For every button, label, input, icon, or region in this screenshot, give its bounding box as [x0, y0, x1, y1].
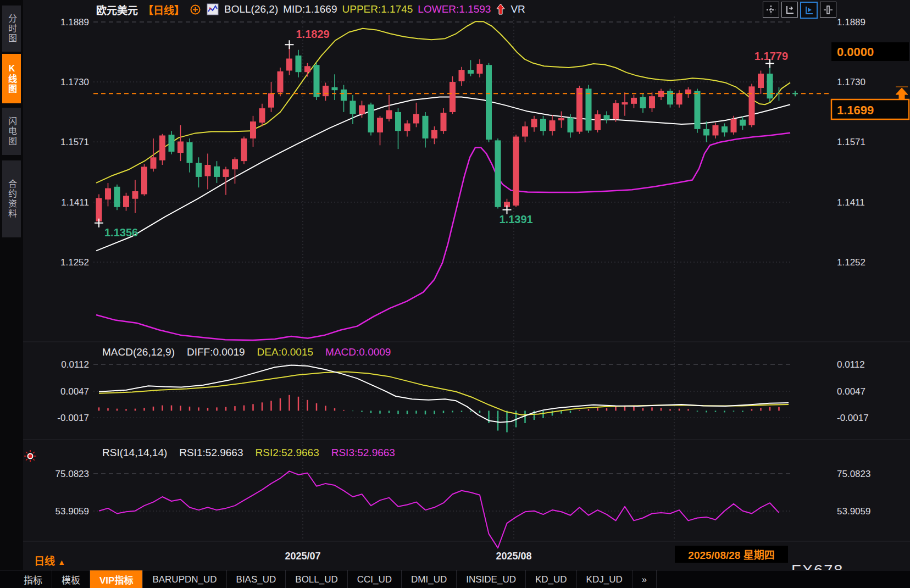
chart-application: 分时图K线图闪电图合约资料 1.18291.13561.13911.17791.…	[0, 0, 910, 588]
svg-text:1.1356: 1.1356	[104, 226, 138, 238]
axis-compress-icon[interactable]	[820, 2, 836, 18]
tab-4[interactable]: BARUPDN_UD	[143, 570, 226, 588]
rsi-header-row: RSI(14,14,14) RSI1:52.9663 RSI2:52.9663 …	[102, 447, 395, 459]
macd-dea-line	[99, 372, 789, 415]
vr-indicator-label[interactable]: VR	[511, 3, 525, 15]
tab-1[interactable]: 指标	[14, 570, 52, 588]
svg-text:1.1889: 1.1889	[60, 17, 89, 27]
svg-text:1.1730: 1.1730	[837, 77, 865, 87]
svg-text:0.0047: 0.0047	[60, 386, 89, 397]
svg-text:0.0047: 0.0047	[837, 386, 865, 397]
cursor-date-box: 2025/08/28 星期四	[675, 546, 788, 563]
rsi-line	[99, 471, 779, 548]
boll-lower-value: LOWER:1.1593	[418, 3, 491, 15]
svg-text:1.1252: 1.1252	[837, 257, 865, 268]
rsi-name[interactable]: RSI(14,14,14)	[102, 447, 167, 459]
chart-canvas[interactable]: 1.18291.13561.13911.17791.18891.18891.17…	[0, 0, 910, 588]
macd-dea-value: DEA:0.0015	[257, 346, 313, 358]
svg-text:75.0823: 75.0823	[56, 469, 89, 479]
svg-text:0.0112: 0.0112	[837, 359, 865, 370]
rsi2-value: RSI2:52.9663	[256, 447, 319, 459]
up-arrow-icon	[496, 3, 506, 16]
x-axis-label-july: 2025/07	[264, 551, 341, 562]
tab-10[interactable]: KD_UD	[526, 570, 577, 588]
svg-text:1.1571: 1.1571	[60, 137, 89, 147]
candlesticks	[96, 45, 783, 223]
svg-text:75.0823: 75.0823	[837, 469, 870, 479]
axis-pointer-icon[interactable]	[800, 2, 818, 19]
macd-diff-line	[99, 365, 789, 423]
macd-dea-line	[99, 372, 789, 415]
axis-labels: 1.18891.18891.17301.17301.15711.15711.14…	[56, 17, 871, 517]
macd-diff-value: DIFF:0.0019	[187, 346, 245, 358]
macd-macd-value: MACD:0.0009	[325, 346, 391, 358]
svg-text:0.0000: 0.0000	[837, 45, 874, 59]
svg-text:1.1391: 1.1391	[500, 213, 533, 225]
period-tag[interactable]: 【日线】	[143, 2, 185, 17]
svg-text:1.1730: 1.1730	[60, 77, 89, 87]
tab-7[interactable]: CCI_UD	[348, 570, 402, 588]
x-axis-label-august: 2025/08	[475, 551, 552, 562]
sidebar-item-3[interactable]: 闪电图	[2, 108, 21, 155]
svg-text:53.9059: 53.9059	[837, 506, 870, 517]
rsi3-value: RSI3:52.9663	[331, 447, 395, 459]
svg-text:53.9059: 53.9059	[56, 506, 89, 517]
period-selector[interactable]: 日线 ▲	[34, 553, 65, 568]
boll-upper-band	[96, 21, 790, 183]
sidebar-item-4[interactable]: 合约资料	[2, 160, 21, 237]
svg-text:1.1699: 1.1699	[837, 103, 874, 117]
symbol-title: 欧元美元	[96, 2, 138, 17]
alert-dot-icon	[24, 450, 36, 462]
svg-text:-0.0017: -0.0017	[57, 413, 89, 423]
macd-diff-line	[99, 365, 789, 423]
boll-mid-value: MID:1.1669	[283, 3, 337, 15]
tab-12[interactable]: »	[632, 570, 657, 588]
macd-histogram	[99, 395, 779, 432]
tab-11[interactable]: KDJ_UD	[577, 570, 632, 588]
chart-type-sidebar: 分时图K线图闪电图合约资料	[0, 0, 23, 588]
boll-upper-value: UPPER:1.1745	[342, 3, 413, 15]
tab-2[interactable]: 模板	[52, 570, 90, 588]
tab-5[interactable]: BIAS_UD	[227, 570, 286, 588]
svg-text:1.1889: 1.1889	[837, 17, 865, 27]
svg-text:1.1829: 1.1829	[296, 28, 330, 40]
axis-range-icon[interactable]	[781, 2, 798, 18]
pan-crosshair-icon[interactable]	[763, 2, 779, 18]
rsi1-value: RSI1:52.9663	[179, 447, 243, 459]
sidebar-item-1[interactable]: 分时图	[2, 5, 21, 52]
macd-name[interactable]: MACD(26,12,9)	[102, 346, 175, 358]
chart-header: 欧元美元 【日线】 BOLL(26,2) MID:1.1669 UPPER:1.…	[96, 2, 525, 16]
svg-text:1.1571: 1.1571	[837, 137, 865, 147]
svg-text:1.1252: 1.1252	[60, 257, 89, 268]
tab-3[interactable]: VIP指标	[90, 570, 143, 588]
period-arrow-icon: ▲	[58, 558, 65, 567]
indicator-tab-bar: 指标模板VIP指标BARUPDN_UDBIAS_UDBOLL_UDCCI_UDD…	[0, 570, 910, 588]
scale-toolbar	[763, 2, 836, 19]
add-indicator-icon[interactable]	[190, 4, 201, 15]
price-up-arrow-icon	[896, 87, 908, 99]
svg-text:1.1411: 1.1411	[61, 197, 89, 208]
svg-text:0.0112: 0.0112	[61, 359, 89, 370]
macd-header-row: MACD(26,12,9) DIFF:0.0019 DEA:0.0015 MAC…	[102, 346, 391, 358]
svg-text:-0.0017: -0.0017	[837, 413, 869, 423]
tab-9[interactable]: INSIDE_UD	[457, 570, 526, 588]
boll-upper-band	[96, 21, 790, 183]
sidebar-item-2[interactable]: K线图	[2, 54, 21, 103]
boll-label: BOLL(26,2)	[224, 3, 278, 15]
rsi-line	[99, 471, 779, 548]
svg-text:1.1779: 1.1779	[754, 50, 788, 62]
svg-text:1.1411: 1.1411	[837, 197, 865, 208]
tab-8[interactable]: DMI_UD	[402, 570, 457, 588]
tab-6[interactable]: BOLL_UD	[286, 570, 347, 588]
tab-bar-spacer	[0, 570, 14, 588]
mini-chart-icon[interactable]	[206, 3, 219, 16]
